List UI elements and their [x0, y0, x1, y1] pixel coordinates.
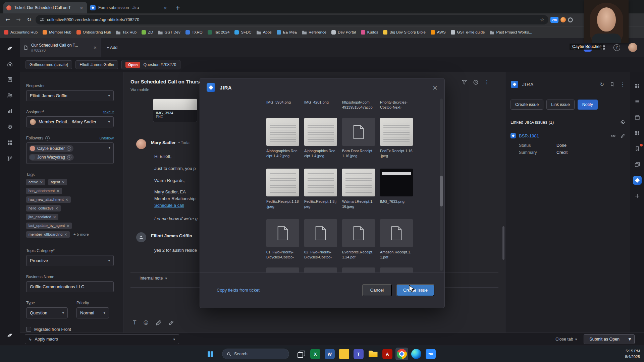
apps-rail-apps-icon[interactable]	[633, 129, 642, 137]
file-tile[interactable]: Alphagraphics.Receipt.1.4:2.jpeg	[266, 118, 299, 159]
chrome-icon[interactable]	[395, 348, 408, 360]
sticky-notes-icon[interactable]	[338, 348, 351, 360]
submit-options-icon[interactable]	[625, 335, 634, 344]
user-avatar[interactable]	[628, 43, 637, 52]
file-tile[interactable]: Barn.Door.Receipt.1.16.jpeg	[342, 118, 375, 159]
history-icon[interactable]	[473, 79, 479, 85]
tag-chip[interactable]: active	[26, 179, 45, 185]
address-bar[interactable]: collective5900.zendesk.com/agent/tickets…	[36, 15, 548, 24]
type-select[interactable]: Question	[26, 307, 68, 318]
file-tile[interactable]: FedEx.Receipt.1.16.jpeg	[380, 118, 413, 159]
pin-icon[interactable]	[610, 82, 614, 87]
forward-button[interactable]	[14, 15, 23, 24]
bookmark-item[interactable]: AWS	[431, 30, 446, 35]
teams-icon[interactable]: T	[352, 348, 365, 360]
bookmark-item[interactable]: Reference	[302, 30, 326, 35]
bookmark-item[interactable]: TXRQ	[185, 30, 203, 35]
sidebar-apps[interactable]	[3, 136, 17, 149]
scrollbar-thumb[interactable]	[440, 176, 443, 206]
scrollbar[interactable]	[502, 226, 504, 260]
bookmark-item[interactable]: Member Hub	[43, 30, 71, 35]
text-format-icon[interactable]	[133, 320, 136, 325]
apps-rail-add-icon[interactable]	[633, 192, 642, 200]
browser-tab-jira-form[interactable]: Form submission - Jira	[87, 2, 171, 13]
close-dialog-icon[interactable]	[432, 84, 438, 91]
unlink-icon[interactable]	[620, 133, 625, 138]
gear-icon[interactable]	[620, 120, 625, 125]
close-tab-control[interactable]: Close tab	[555, 337, 577, 342]
bookmark-item[interactable]: Dev Portal	[331, 30, 356, 35]
zoom-extension-icon[interactable]: zm	[550, 17, 558, 23]
unfollow-link[interactable]: unfollow	[100, 136, 114, 140]
sidebar-logo[interactable]	[3, 41, 17, 55]
bookmark-item[interactable]: Tax Hub	[116, 30, 137, 35]
bookmark-item[interactable]: GST Dev	[158, 30, 180, 35]
apps-rail-windows-icon[interactable]	[633, 160, 642, 169]
requester-select[interactable]: Elliott James Griffin	[26, 90, 114, 101]
bookmark-item[interactable]: Kudos	[361, 30, 378, 35]
more-icon[interactable]	[620, 82, 625, 87]
file-tile[interactable]: IMG_7633.png	[380, 169, 413, 209]
ticket-tab[interactable]: Our Scheduled Call on T... #708270	[20, 38, 101, 57]
taskbar-clock[interactable]: 5:15 PM 8/4/2025	[625, 348, 640, 360]
filter-icon[interactable]	[462, 79, 467, 85]
sidebar-channels[interactable]	[3, 152, 17, 165]
tag-chip[interactable]: has_attachment	[26, 188, 62, 194]
apps-rail-list-icon[interactable]	[633, 97, 642, 106]
tag-chip[interactable]: last_update_by_agent	[26, 223, 72, 229]
apps-rail-notifications-icon[interactable]	[633, 144, 642, 153]
taskbar-search[interactable]: Search	[222, 349, 289, 359]
remove-tag-icon[interactable]	[64, 233, 67, 236]
follower-chip[interactable]: Caytie Boucher	[29, 145, 73, 152]
extension-icon[interactable]	[560, 17, 566, 22]
follower-chip[interactable]: John Wazydrag	[29, 154, 74, 161]
take-it-link[interactable]: take it	[103, 110, 114, 114]
bookmark-item[interactable]: SFDC	[234, 30, 251, 35]
tag-chip[interactable]: member_offboarding	[26, 231, 70, 238]
issue-key-link[interactable]: BSR-1981	[519, 133, 539, 138]
back-button[interactable]	[3, 15, 12, 24]
bookmark-item[interactable]: Onboarding Hub	[76, 30, 111, 35]
help-icon[interactable]	[613, 44, 620, 51]
notify-button[interactable]: Notify	[578, 100, 598, 110]
priority-select[interactable]: Normal	[76, 307, 109, 318]
sidebar-home[interactable]	[3, 57, 17, 70]
bookmark-item[interactable]: ZD	[142, 30, 153, 35]
profile-icon[interactable]	[568, 17, 573, 22]
bookmark-item[interactable]: Apps	[257, 30, 272, 35]
file-tile[interactable]: FedEx.Receipt.1.18.jpeg	[266, 169, 299, 209]
remove-tag-icon[interactable]	[40, 180, 43, 184]
submit-button[interactable]: Submit as Open	[584, 335, 625, 344]
zoom-icon[interactable]: zm	[424, 348, 437, 360]
link-icon[interactable]	[168, 320, 174, 326]
sidebar-admin[interactable]	[3, 120, 17, 133]
cancel-button[interactable]: Cancel	[362, 284, 392, 296]
remove-tag-icon[interactable]	[53, 215, 56, 219]
bookmark-item[interactable]: Past Project Works...	[490, 30, 532, 35]
sidebar-views[interactable]	[3, 73, 17, 86]
apps-rail-box-icon[interactable]	[633, 113, 642, 122]
excel-icon[interactable]: X	[309, 348, 322, 360]
word-icon[interactable]: W	[323, 348, 336, 360]
sidebar-reporting[interactable]	[3, 104, 17, 118]
file-tile[interactable]: 01_Fwd-Priority-Bicycles-Costco-	[266, 219, 299, 260]
link-issue-button[interactable]: Link issue	[546, 100, 575, 110]
file-tile[interactable]: FedEx.Receipt.1.8.jpeg	[304, 169, 337, 209]
copy-fields-link[interactable]: Copy fields from ticket	[217, 288, 260, 293]
file-tile[interactable]: Amazon.Receipt.1.1.pdf	[380, 219, 413, 260]
file-tile[interactable]: Walmart.Receipt.1.16.jpeg	[342, 169, 375, 209]
create-issue-button[interactable]: Create issue	[511, 100, 543, 110]
file-tile[interactable]: 02_Fwd-Priority-Bicycles-Costco-	[304, 219, 337, 260]
bookmark-item[interactable]: Big Boy S Corp Bible	[383, 30, 425, 35]
apply-macro-control[interactable]: Apply macro	[25, 334, 179, 344]
emoji-icon[interactable]	[143, 320, 149, 325]
edge-icon[interactable]	[410, 348, 423, 360]
breadcrumb-org[interactable]: Griffincomms (create)	[25, 60, 72, 69]
file-tile[interactable]: Alphagraphics.Receipt.1.4.jpeg	[304, 118, 337, 159]
tag-chip[interactable]: agent	[48, 179, 67, 185]
internal-note-selector[interactable]: Internal note	[140, 276, 167, 281]
file-explorer-icon[interactable]	[367, 348, 379, 360]
reload-button[interactable]	[25, 15, 34, 24]
apps-rail-grid-icon[interactable]	[633, 81, 642, 90]
assignee-select[interactable]: Member Relati... /Mary Sadler	[26, 116, 114, 127]
